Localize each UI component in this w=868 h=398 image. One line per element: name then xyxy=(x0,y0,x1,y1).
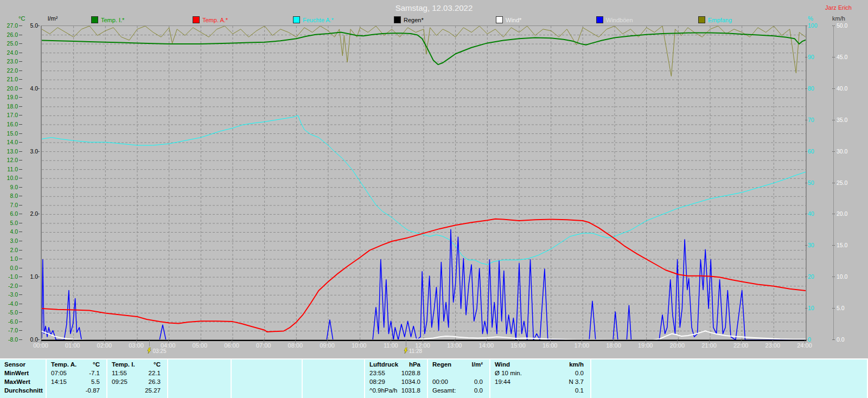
axis-tick xyxy=(805,339,807,340)
legend-item-tempi: Temp. I.* xyxy=(91,16,124,24)
cell-label xyxy=(490,387,495,396)
axis-tick xyxy=(19,196,22,196)
axis-tick-label: 40.0 xyxy=(837,86,853,91)
cell-label: Ø 10 min. xyxy=(490,370,522,378)
table-column-tempi: Temp. I.°C11:5522.109:2526.325.27 xyxy=(107,360,168,398)
table-cell xyxy=(591,361,867,370)
table-sensor-column: SensorMinWertMaxWertDurchschnitt xyxy=(0,360,47,398)
table-cell xyxy=(168,387,231,396)
cell-value: °C xyxy=(154,361,167,370)
row-label-text: Durchschnitt xyxy=(0,387,43,396)
axis-tick-label: 10.0 xyxy=(837,274,853,279)
cell-label: Luftdruck xyxy=(365,361,398,370)
table-cell xyxy=(303,387,364,396)
table-cell: Temp. A.°C xyxy=(47,361,106,370)
cell-label xyxy=(303,370,307,378)
x-tick xyxy=(709,341,710,343)
axis-tick-label: 8.0 xyxy=(1,193,18,198)
table-cell: Regenl/m² xyxy=(428,361,489,370)
cell-label xyxy=(107,387,112,396)
table-column-luftdruck: LuftdruckhPa23:551028.808:291034.0^0.9hP… xyxy=(365,360,428,398)
legend-swatch-icon xyxy=(596,16,603,23)
author-watermark: Jarz Erich xyxy=(825,4,852,11)
table-column-empty xyxy=(232,360,303,398)
axis-tick-label: 21.0 xyxy=(1,76,18,82)
table-cell xyxy=(168,378,231,387)
cell-label xyxy=(303,387,307,396)
axis-unit-celsius: °C xyxy=(18,15,25,22)
legend-label: Wind* xyxy=(506,17,521,23)
cell-value: -7.1 xyxy=(89,370,106,378)
axis-unit-percent: % xyxy=(808,15,813,22)
axis-tick-label: 0.0 xyxy=(1,265,18,271)
cell-value: 0.0 xyxy=(474,387,489,396)
series-tempi xyxy=(42,33,806,65)
cell-value: 26.3 xyxy=(149,378,167,387)
cell-value xyxy=(860,370,867,378)
x-tick xyxy=(773,341,773,343)
axis-tick-label: 11.0 xyxy=(1,166,18,172)
legend-label: Feuchte A.* xyxy=(303,17,334,23)
table-row-label: Sensor xyxy=(0,361,46,370)
table-row-label: Durchschnitt xyxy=(0,387,46,396)
lightning-icon xyxy=(404,348,408,354)
axis-tick xyxy=(19,142,22,143)
table-cell xyxy=(232,361,302,370)
axis-tick-label: 20 xyxy=(808,274,823,279)
x-tick xyxy=(264,341,264,343)
axis-tick-label: 27.0 xyxy=(1,23,18,28)
legend-label: Regen* xyxy=(404,17,424,23)
axis-tick-label: 25.0 xyxy=(1,41,18,46)
row-label-text: MinWert xyxy=(0,370,29,378)
cell-value: -0.87 xyxy=(86,387,106,396)
axis-tick xyxy=(19,133,22,134)
cell-label: Temp. I. xyxy=(107,361,135,370)
axis-unit-kmh: km/h xyxy=(832,15,845,22)
axis-tick xyxy=(19,178,22,178)
x-tick xyxy=(741,341,742,343)
x-tick xyxy=(677,341,678,343)
table-cell: 11:5522.1 xyxy=(107,370,167,378)
legend-label: Windböen xyxy=(606,17,633,23)
axis-tick xyxy=(19,97,22,98)
axis-tick-label: 5.0 xyxy=(1,220,18,226)
x-tick xyxy=(295,341,296,343)
axis-tick xyxy=(19,205,22,206)
axis-tick xyxy=(19,70,22,71)
cell-label: 08:29 xyxy=(365,378,385,387)
axis-tick-label: 1.0 xyxy=(1,256,18,261)
axis-tick-label: 5.0 xyxy=(837,305,853,311)
event-marker: 11:28 xyxy=(404,348,422,354)
table-column-empty xyxy=(591,360,868,398)
axis-tick-label: 10 xyxy=(808,305,823,311)
legend-item-windben: Windböen xyxy=(596,16,633,24)
axis-tick xyxy=(19,241,22,241)
axis-tick-label: 70 xyxy=(808,117,823,123)
table-cell: Temp. I.°C xyxy=(107,361,167,370)
event-marker: 03:25 xyxy=(147,348,166,354)
axis-tick-label: -4.0 xyxy=(1,301,18,306)
axis-tick-label: 90 xyxy=(808,54,823,60)
cell-label: 23:55 xyxy=(365,370,385,378)
axis-tick xyxy=(19,232,22,232)
table-cell: 07:05-7.1 xyxy=(47,370,106,378)
table-cell xyxy=(303,378,364,387)
table-cell: 14:155.5 xyxy=(47,378,106,387)
table-column-empty xyxy=(303,360,365,398)
table-cell: 19:44N 3.7 xyxy=(490,378,590,387)
legend-label: Empfang xyxy=(708,17,732,23)
axis-tick-label: 45.0 xyxy=(837,54,853,60)
statistics-table: SensorMinWertMaxWertDurchschnittTemp. A.… xyxy=(0,358,868,398)
cell-value: 5.5 xyxy=(91,378,106,387)
cell-label xyxy=(591,387,596,396)
cell-value xyxy=(860,378,867,387)
row-label-text: MaxWert xyxy=(0,378,30,387)
cell-value xyxy=(224,361,231,370)
axis-tick-label: -5.0 xyxy=(1,310,18,315)
axis-tick xyxy=(37,339,40,340)
cell-label: 00:00 xyxy=(428,378,448,387)
axis-tick xyxy=(19,223,22,223)
table-row-label: MinWert xyxy=(0,370,46,378)
legend-swatch-icon xyxy=(293,16,300,23)
table-cell xyxy=(428,370,489,378)
